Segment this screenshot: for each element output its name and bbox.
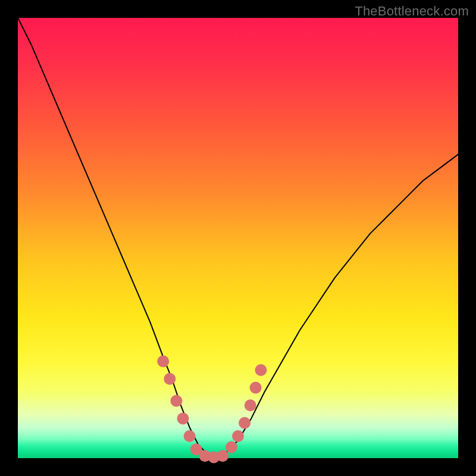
highlight-dot bbox=[184, 430, 196, 442]
highlight-dot bbox=[217, 450, 228, 462]
highlight-dot bbox=[232, 430, 244, 442]
highlight-dot bbox=[226, 441, 237, 453]
highlight-dot bbox=[170, 395, 182, 407]
watermark-text: TheBottleneck.com bbox=[355, 4, 469, 19]
chart-stage: TheBottleneck.com bbox=[0, 0, 476, 476]
highlight-dot bbox=[250, 382, 262, 394]
bottleneck-chart bbox=[0, 0, 476, 476]
highlight-dot bbox=[157, 355, 169, 367]
plot-background bbox=[18, 18, 458, 458]
highlight-dot bbox=[245, 399, 256, 411]
highlight-dot bbox=[255, 364, 267, 376]
highlight-dot bbox=[239, 417, 250, 429]
highlight-dot bbox=[164, 373, 176, 385]
highlight-dot bbox=[177, 412, 189, 424]
